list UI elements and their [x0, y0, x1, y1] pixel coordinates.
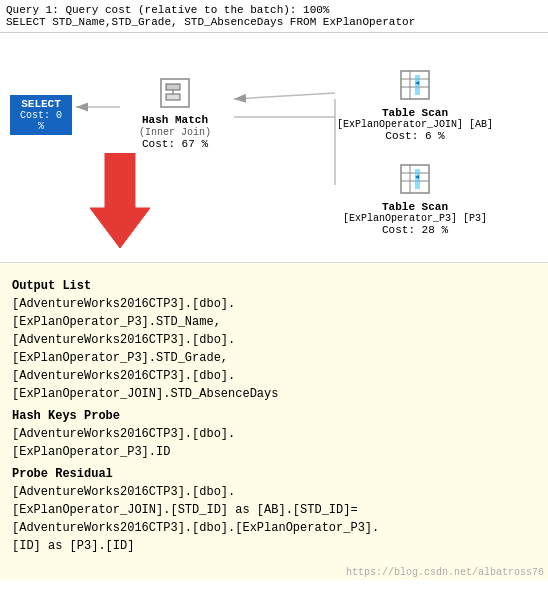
table-scan-top-icon	[399, 69, 431, 101]
header-line2: SELECT STD_Name,STD_Grade, STD_AbsenceDa…	[6, 16, 542, 28]
table-scan-top-name: [ExPlanOperator_JOIN] [AB]	[335, 119, 495, 130]
hash-match-label: Hash Match	[120, 113, 230, 127]
select-label: SELECT	[16, 98, 66, 110]
svg-rect-2	[166, 94, 180, 100]
table-scan-bottom-name: [ExPlanOperator_P3] [P3]	[335, 213, 495, 224]
hash-match-node[interactable]: Hash Match (Inner Join) Cost: 67 %	[120, 77, 230, 150]
svg-rect-0	[161, 79, 189, 107]
info-panel: Output List [AdventureWorks2016CTP3].[db…	[0, 263, 548, 565]
svg-rect-1	[166, 84, 180, 90]
select-cost: Cost: 0 %	[16, 110, 66, 132]
hash-keys-probe-title: Hash Keys Probe	[12, 407, 536, 425]
table-scan-bottom-label: Table Scan	[335, 201, 495, 213]
select-node[interactable]: SELECT Cost: 0 %	[10, 95, 72, 135]
table-scan-bottom-node[interactable]: Table Scan [ExPlanOperator_P3] [P3] Cost…	[335, 163, 495, 236]
svg-marker-8	[415, 75, 420, 95]
hash-keys-probe-content: [AdventureWorks2016CTP3].[dbo]. [ExPlanO…	[12, 425, 536, 461]
query-plan-diagram: SELECT Cost: 0 % Hash Match (Inner Join)…	[0, 33, 548, 263]
output-list-title: Output List	[12, 277, 536, 295]
watermark: https://blog.csdn.net/albatross76	[0, 565, 548, 580]
table-scan-top-node[interactable]: Table Scan [ExPlanOperator_JOIN] [AB] Co…	[335, 69, 495, 142]
table-scan-bottom-icon	[399, 163, 431, 195]
probe-residual-content: [AdventureWorks2016CTP3].[dbo]. [ExPlanO…	[12, 483, 536, 555]
table-scan-bottom-cost: Cost: 28 %	[335, 224, 495, 236]
probe-residual-title: Probe Residual	[12, 465, 536, 483]
table-scan-top-cost: Cost: 6 %	[335, 130, 495, 142]
hash-match-sub: (Inner Join)	[120, 127, 230, 138]
header-line1: Query 1: Query cost (relative to the bat…	[6, 4, 542, 16]
hash-match-icon	[159, 77, 191, 109]
red-down-arrow	[80, 153, 160, 253]
table-scan-top-label: Table Scan	[335, 107, 495, 119]
svg-marker-14	[415, 169, 420, 189]
svg-marker-21	[90, 153, 150, 248]
svg-line-18	[234, 93, 335, 99]
hash-match-cost: Cost: 67 %	[120, 138, 230, 150]
output-list-content: [AdventureWorks2016CTP3].[dbo]. [ExPlanO…	[12, 295, 536, 403]
query-header: Query 1: Query cost (relative to the bat…	[0, 0, 548, 33]
